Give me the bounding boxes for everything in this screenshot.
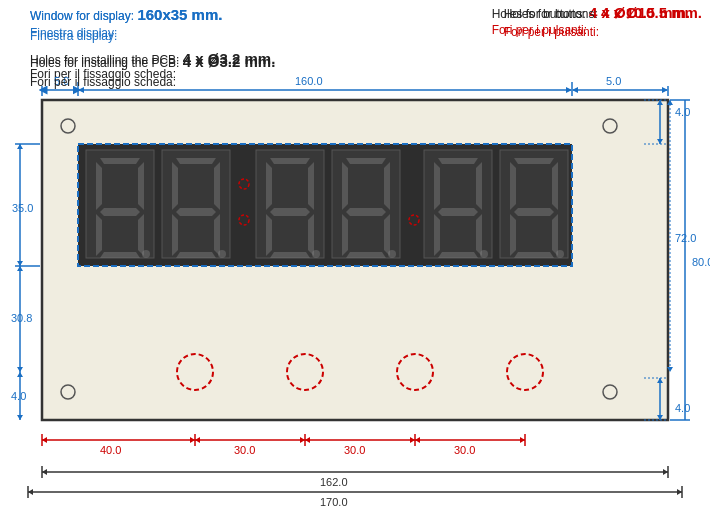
digit-2 — [162, 150, 230, 258]
svg-marker-46 — [514, 158, 554, 164]
svg-marker-49 — [514, 208, 554, 216]
svg-marker-68 — [17, 415, 23, 420]
dim-label-top-right: 5.0 — [606, 75, 621, 87]
dim-label-right-top4: 4.0 — [675, 106, 690, 118]
dim-label-bot-170: 170.0 — [320, 496, 348, 508]
window-size-value: 160x35 mm. — [137, 6, 222, 23]
svg-marker-52 — [514, 252, 554, 258]
svg-marker-48 — [552, 162, 558, 210]
svg-marker-10 — [176, 158, 216, 164]
btn-label2: Fori per i pulsanti: — [504, 25, 599, 39]
svg-marker-37 — [438, 158, 478, 164]
svg-marker-16 — [176, 252, 216, 258]
svg-marker-30 — [384, 162, 390, 210]
svg-marker-4 — [100, 208, 140, 216]
dim-label-bot-30-1: 30.0 — [234, 444, 255, 456]
pcb-label2: Fori per il fissaggio scheda: — [30, 75, 176, 89]
svg-marker-24 — [308, 214, 314, 256]
svg-marker-51 — [552, 214, 558, 256]
svg-marker-25 — [270, 252, 310, 258]
svg-marker-43 — [438, 252, 478, 258]
svg-marker-22 — [270, 208, 310, 216]
dim-label-left-35: 35.0 — [12, 202, 33, 214]
svg-point-53 — [556, 250, 564, 258]
svg-marker-15 — [214, 214, 220, 256]
svg-marker-6 — [138, 214, 144, 256]
dim-label-bot-30-2: 30.0 — [344, 444, 365, 456]
svg-marker-3 — [138, 162, 144, 210]
dim-label-right-bot4: 4.0 — [675, 402, 690, 414]
svg-marker-41 — [434, 214, 440, 256]
svg-marker-28 — [346, 158, 386, 164]
dim-label-top-mid: 160.0 — [295, 75, 323, 87]
svg-marker-31 — [346, 208, 386, 216]
svg-marker-11 — [172, 162, 178, 210]
digit-4 — [332, 150, 400, 258]
pcb-size: 4 x Ø3.2 mm. — [183, 53, 276, 70]
arrow-top-mid-r — [566, 87, 572, 93]
dim-label-right-72: 72.0 — [675, 232, 696, 244]
window-for-label: Window for display: — [30, 9, 134, 23]
svg-marker-2 — [96, 162, 102, 210]
svg-marker-1 — [100, 158, 140, 164]
digit-1 — [86, 150, 154, 258]
svg-marker-55 — [662, 87, 668, 93]
finestra-label: Finestra display: — [30, 29, 117, 43]
digit-6 — [500, 150, 568, 258]
svg-marker-42 — [476, 214, 482, 256]
svg-marker-38 — [434, 162, 440, 210]
digit-3 — [256, 150, 324, 258]
svg-marker-47 — [510, 162, 516, 210]
svg-marker-13 — [176, 208, 216, 216]
svg-marker-39 — [476, 162, 482, 210]
dim-label-right-total: 80.0 — [692, 256, 710, 268]
pcb-label1: Holes for installing the PCB: — [30, 56, 179, 70]
dim-label-bot-30-3: 30.0 — [454, 444, 475, 456]
svg-point-17 — [218, 250, 226, 258]
svg-point-8 — [142, 250, 150, 258]
dim-label-bot-40: 40.0 — [100, 444, 121, 456]
svg-marker-12 — [214, 162, 220, 210]
diagram-svg: 5.0 160.0 5.0 80.0 72.0 4.0 4.0 35.0 30.… — [10, 72, 710, 527]
svg-marker-66 — [17, 367, 23, 372]
svg-marker-40 — [438, 208, 478, 216]
svg-marker-50 — [510, 214, 516, 256]
svg-point-35 — [388, 250, 396, 258]
btn-size: 4 x Ø10.5 mm. — [601, 4, 702, 21]
svg-marker-29 — [342, 162, 348, 210]
dim-label-left-308: 30.8 — [11, 312, 32, 324]
header-right: Holes for buttons: 4 x Ø10.5 mm. Fori pe… — [504, 4, 702, 39]
svg-marker-14 — [172, 214, 178, 256]
svg-marker-33 — [384, 214, 390, 256]
digit-5 — [424, 150, 492, 258]
svg-point-44 — [480, 250, 488, 258]
svg-marker-67 — [17, 372, 23, 377]
svg-marker-32 — [342, 214, 348, 256]
svg-marker-23 — [266, 214, 272, 256]
svg-marker-54 — [572, 87, 578, 93]
svg-marker-5 — [96, 214, 102, 256]
btn-label1: Holes for buttons: — [504, 7, 598, 21]
svg-marker-19 — [270, 158, 310, 164]
svg-point-26 — [312, 250, 320, 258]
svg-marker-34 — [346, 252, 386, 258]
header-left: Window for display: 160x35 mm. Finestra … — [30, 4, 275, 91]
dim-label-left-4: 4.0 — [11, 390, 26, 402]
svg-marker-20 — [266, 162, 272, 210]
svg-marker-21 — [308, 162, 314, 210]
svg-marker-7 — [100, 252, 140, 258]
dim-label-bot-162: 162.0 — [320, 476, 348, 488]
